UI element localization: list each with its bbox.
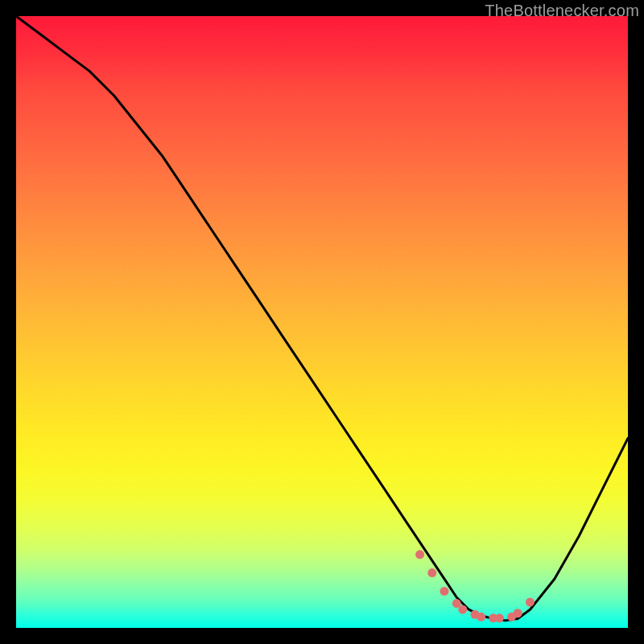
optimal-range-dot — [427, 568, 436, 577]
curve-line — [16, 16, 628, 621]
optimal-range-dot — [526, 598, 535, 607]
chart-container: TheBottlenecker.com — [0, 0, 644, 644]
optimal-range-dot — [514, 609, 522, 617]
optimal-range-dot — [458, 605, 467, 614]
optimal-range-dot — [415, 550, 424, 559]
bottleneck-curve — [16, 16, 628, 621]
watermark-text: TheBottlenecker.com — [485, 2, 639, 20]
optimal-range-dot — [440, 587, 449, 596]
optimal-range-dot — [477, 613, 485, 621]
optimal-range-dot — [495, 613, 504, 622]
plot-area — [16, 16, 628, 628]
chart-svg — [16, 16, 628, 628]
